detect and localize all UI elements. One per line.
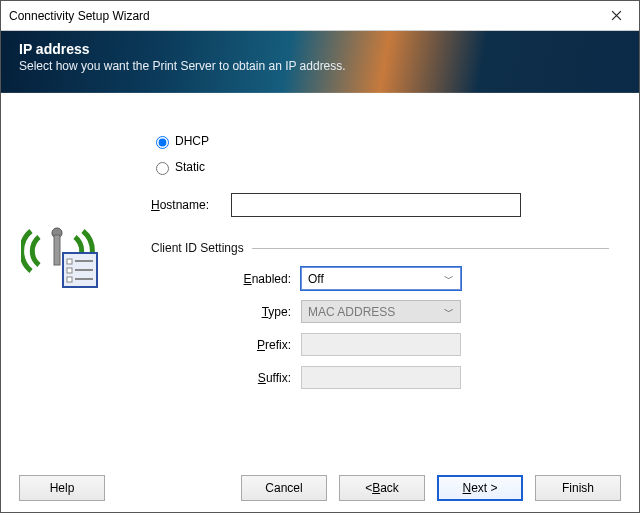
- form-area: DHCP Static Hostname: Client ID Settings…: [151, 133, 609, 389]
- enabled-label: Enabled:: [151, 272, 301, 286]
- content-area: DHCP Static Hostname: Client ID Settings…: [1, 93, 639, 463]
- client-id-group: Client ID Settings Enabled: Off ﹀ Type: …: [151, 241, 609, 389]
- type-value: MAC ADDRESS: [308, 305, 395, 319]
- prefix-label: Prefix:: [151, 338, 301, 352]
- window-title: Connectivity Setup Wizard: [9, 9, 150, 23]
- close-icon: [611, 10, 622, 21]
- client-id-legend: Client ID Settings: [151, 241, 244, 255]
- finish-button[interactable]: Finish: [535, 475, 621, 501]
- type-select: MAC ADDRESS ﹀: [301, 300, 461, 323]
- cancel-button[interactable]: Cancel: [241, 475, 327, 501]
- prefix-row: Prefix:: [151, 333, 609, 356]
- banner: IP address Select how you want the Print…: [1, 31, 639, 93]
- hostname-label: Hostname:: [151, 198, 231, 212]
- svg-rect-7: [67, 277, 72, 282]
- hostname-row: Hostname:: [151, 193, 609, 217]
- client-id-legend-row: Client ID Settings: [151, 241, 609, 255]
- radio-static-row[interactable]: Static: [151, 159, 609, 175]
- enabled-value: Off: [308, 272, 324, 286]
- prefix-input: [301, 333, 461, 356]
- suffix-input: [301, 366, 461, 389]
- enabled-row: Enabled: Off ﹀: [151, 267, 609, 290]
- titlebar: Connectivity Setup Wizard: [1, 1, 639, 31]
- suffix-label: Suffix:: [151, 371, 301, 385]
- type-label: Type:: [151, 305, 301, 319]
- back-button[interactable]: < Back: [339, 475, 425, 501]
- help-button[interactable]: Help: [19, 475, 105, 501]
- network-antenna-icon: [21, 213, 101, 293]
- next-button[interactable]: Next >: [437, 475, 523, 501]
- radio-dhcp-label: DHCP: [175, 134, 209, 148]
- suffix-row: Suffix:: [151, 366, 609, 389]
- enabled-select[interactable]: Off ﹀: [301, 267, 461, 290]
- radio-dhcp[interactable]: [156, 136, 169, 149]
- wizard-icon: [21, 213, 101, 293]
- svg-rect-3: [67, 259, 72, 264]
- hostname-input[interactable]: [231, 193, 521, 217]
- footer: Help Cancel < Back Next > Finish: [1, 463, 639, 513]
- close-button[interactable]: [594, 1, 639, 30]
- svg-rect-1: [54, 235, 60, 265]
- radio-static[interactable]: [156, 162, 169, 175]
- svg-rect-5: [67, 268, 72, 273]
- banner-subtitle: Select how you want the Print Server to …: [19, 59, 621, 73]
- chevron-down-icon: ﹀: [444, 305, 454, 319]
- radio-static-label: Static: [175, 160, 205, 174]
- banner-heading: IP address: [19, 41, 621, 57]
- chevron-down-icon: ﹀: [444, 272, 454, 286]
- radio-dhcp-row[interactable]: DHCP: [151, 133, 609, 149]
- divider: [252, 248, 609, 249]
- type-row: Type: MAC ADDRESS ﹀: [151, 300, 609, 323]
